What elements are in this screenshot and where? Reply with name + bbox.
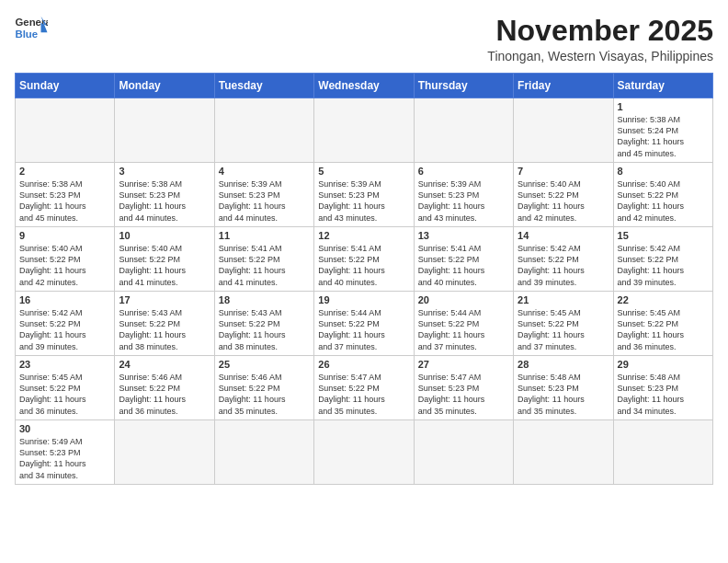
- calendar-cell: [414, 420, 513, 485]
- day-info: Sunrise: 5:41 AM Sunset: 5:22 PM Dayligh…: [318, 243, 409, 288]
- day-number: 23: [19, 359, 110, 370]
- day-number: 10: [119, 230, 210, 241]
- calendar-cell: 13Sunrise: 5:41 AM Sunset: 5:22 PM Dayli…: [414, 227, 513, 292]
- day-number: 17: [119, 294, 210, 305]
- day-info: Sunrise: 5:45 AM Sunset: 5:22 PM Dayligh…: [618, 307, 709, 352]
- calendar-cell: 22Sunrise: 5:45 AM Sunset: 5:22 PM Dayli…: [613, 292, 712, 356]
- day-number: 26: [318, 359, 409, 370]
- calendar-cell: 25Sunrise: 5:46 AM Sunset: 5:22 PM Dayli…: [214, 356, 313, 420]
- calendar-cell: 12Sunrise: 5:41 AM Sunset: 5:22 PM Dayli…: [314, 227, 414, 292]
- day-info: Sunrise: 5:39 AM Sunset: 5:23 PM Dayligh…: [318, 178, 409, 224]
- logo-icon: General Blue: [15, 15, 48, 40]
- calendar-cell: [115, 420, 214, 485]
- svg-text:Blue: Blue: [16, 29, 39, 40]
- day-number: 13: [418, 230, 509, 241]
- day-number: 11: [219, 230, 310, 241]
- title-section: November 2025 Tinongan, Western Visayas,…: [487, 15, 713, 63]
- day-info: Sunrise: 5:45 AM Sunset: 5:22 PM Dayligh…: [518, 307, 609, 352]
- day-info: Sunrise: 5:40 AM Sunset: 5:22 PM Dayligh…: [618, 178, 709, 224]
- page-header: General Blue November 2025 Tinongan, Wes…: [15, 15, 713, 63]
- calendar-cell: 14Sunrise: 5:42 AM Sunset: 5:22 PM Dayli…: [514, 227, 613, 292]
- day-number: 16: [19, 294, 110, 305]
- day-number: 2: [19, 166, 110, 177]
- calendar-cell: 15Sunrise: 5:42 AM Sunset: 5:22 PM Dayli…: [613, 227, 712, 292]
- day-info: Sunrise: 5:41 AM Sunset: 5:22 PM Dayligh…: [219, 243, 310, 288]
- calendar-cell: [214, 98, 313, 163]
- day-info: Sunrise: 5:46 AM Sunset: 5:22 PM Dayligh…: [219, 372, 310, 417]
- calendar-cell: [214, 420, 313, 485]
- logo: General Blue: [15, 15, 48, 40]
- day-number: 30: [19, 423, 110, 434]
- day-info: Sunrise: 5:39 AM Sunset: 5:23 PM Dayligh…: [418, 178, 509, 224]
- calendar-cell: 9Sunrise: 5:40 AM Sunset: 5:22 PM Daylig…: [16, 227, 115, 292]
- day-number: 9: [19, 230, 110, 241]
- calendar-cell: 7Sunrise: 5:40 AM Sunset: 5:22 PM Daylig…: [514, 163, 613, 227]
- day-info: Sunrise: 5:42 AM Sunset: 5:22 PM Dayligh…: [19, 307, 110, 352]
- day-number: 19: [318, 294, 409, 305]
- day-info: Sunrise: 5:45 AM Sunset: 5:22 PM Dayligh…: [19, 372, 110, 417]
- calendar-cell: 29Sunrise: 5:48 AM Sunset: 5:23 PM Dayli…: [613, 356, 712, 420]
- calendar-cell: 3Sunrise: 5:38 AM Sunset: 5:23 PM Daylig…: [115, 163, 214, 227]
- day-info: Sunrise: 5:41 AM Sunset: 5:22 PM Dayligh…: [418, 243, 509, 288]
- day-info: Sunrise: 5:43 AM Sunset: 5:22 PM Dayligh…: [119, 307, 210, 352]
- day-info: Sunrise: 5:47 AM Sunset: 5:23 PM Dayligh…: [418, 372, 509, 417]
- calendar-cell: 1Sunrise: 5:38 AM Sunset: 5:24 PM Daylig…: [613, 98, 712, 163]
- calendar-cell: 21Sunrise: 5:45 AM Sunset: 5:22 PM Dayli…: [514, 292, 613, 356]
- calendar-week-row: 1Sunrise: 5:38 AM Sunset: 5:24 PM Daylig…: [16, 98, 713, 163]
- day-number: 20: [418, 294, 509, 305]
- day-info: Sunrise: 5:48 AM Sunset: 5:23 PM Dayligh…: [618, 372, 709, 417]
- calendar-cell: [115, 98, 214, 163]
- calendar-cell: [414, 98, 513, 163]
- weekday-header-monday: Monday: [115, 74, 214, 98]
- calendar-cell: 4Sunrise: 5:39 AM Sunset: 5:23 PM Daylig…: [214, 163, 313, 227]
- day-info: Sunrise: 5:49 AM Sunset: 5:23 PM Dayligh…: [19, 436, 110, 481]
- calendar-week-row: 23Sunrise: 5:45 AM Sunset: 5:22 PM Dayli…: [16, 356, 713, 420]
- calendar-cell: 5Sunrise: 5:39 AM Sunset: 5:23 PM Daylig…: [314, 163, 414, 227]
- day-number: 22: [618, 294, 709, 305]
- day-info: Sunrise: 5:43 AM Sunset: 5:22 PM Dayligh…: [219, 307, 310, 352]
- calendar-cell: 8Sunrise: 5:40 AM Sunset: 5:22 PM Daylig…: [613, 163, 712, 227]
- day-info: Sunrise: 5:38 AM Sunset: 5:24 PM Dayligh…: [618, 114, 709, 159]
- day-info: Sunrise: 5:40 AM Sunset: 5:22 PM Dayligh…: [518, 178, 609, 224]
- day-info: Sunrise: 5:42 AM Sunset: 5:22 PM Dayligh…: [618, 243, 709, 288]
- day-number: 5: [318, 166, 409, 177]
- day-number: 25: [219, 359, 310, 370]
- calendar-cell: [314, 98, 414, 163]
- calendar-cell: [514, 420, 613, 485]
- weekday-header-row: SundayMondayTuesdayWednesdayThursdayFrid…: [16, 74, 713, 98]
- calendar-cell: 26Sunrise: 5:47 AM Sunset: 5:22 PM Dayli…: [314, 356, 414, 420]
- day-number: 3: [119, 166, 210, 177]
- day-info: Sunrise: 5:39 AM Sunset: 5:23 PM Dayligh…: [219, 178, 310, 224]
- calendar-cell: [16, 98, 115, 163]
- calendar-cell: [613, 420, 712, 485]
- calendar-cell: 28Sunrise: 5:48 AM Sunset: 5:23 PM Dayli…: [514, 356, 613, 420]
- calendar-week-row: 2Sunrise: 5:38 AM Sunset: 5:23 PM Daylig…: [16, 163, 713, 227]
- day-info: Sunrise: 5:46 AM Sunset: 5:22 PM Dayligh…: [119, 372, 210, 417]
- calendar-cell: 10Sunrise: 5:40 AM Sunset: 5:22 PM Dayli…: [115, 227, 214, 292]
- calendar-body: 1Sunrise: 5:38 AM Sunset: 5:24 PM Daylig…: [16, 98, 713, 485]
- day-number: 14: [518, 230, 609, 241]
- day-number: 21: [518, 294, 609, 305]
- calendar-cell: 27Sunrise: 5:47 AM Sunset: 5:23 PM Dayli…: [414, 356, 513, 420]
- day-number: 1: [618, 101, 709, 112]
- calendar-cell: 2Sunrise: 5:38 AM Sunset: 5:23 PM Daylig…: [16, 163, 115, 227]
- day-number: 18: [219, 294, 310, 305]
- weekday-header-saturday: Saturday: [613, 74, 712, 98]
- day-info: Sunrise: 5:40 AM Sunset: 5:22 PM Dayligh…: [119, 243, 210, 288]
- day-info: Sunrise: 5:47 AM Sunset: 5:22 PM Dayligh…: [318, 372, 409, 417]
- calendar-table: SundayMondayTuesdayWednesdayThursdayFrid…: [15, 73, 713, 485]
- day-info: Sunrise: 5:38 AM Sunset: 5:23 PM Dayligh…: [119, 178, 210, 224]
- weekday-header-thursday: Thursday: [414, 74, 513, 98]
- calendar-cell: 18Sunrise: 5:43 AM Sunset: 5:22 PM Dayli…: [214, 292, 313, 356]
- calendar-cell: [514, 98, 613, 163]
- day-info: Sunrise: 5:44 AM Sunset: 5:22 PM Dayligh…: [318, 307, 409, 352]
- weekday-header-friday: Friday: [514, 74, 613, 98]
- day-number: 6: [418, 166, 509, 177]
- day-number: 15: [618, 230, 709, 241]
- calendar-header: SundayMondayTuesdayWednesdayThursdayFrid…: [16, 74, 713, 98]
- day-number: 7: [518, 166, 609, 177]
- calendar-cell: 19Sunrise: 5:44 AM Sunset: 5:22 PM Dayli…: [314, 292, 414, 356]
- calendar-cell: 6Sunrise: 5:39 AM Sunset: 5:23 PM Daylig…: [414, 163, 513, 227]
- day-number: 28: [518, 359, 609, 370]
- day-number: 4: [219, 166, 310, 177]
